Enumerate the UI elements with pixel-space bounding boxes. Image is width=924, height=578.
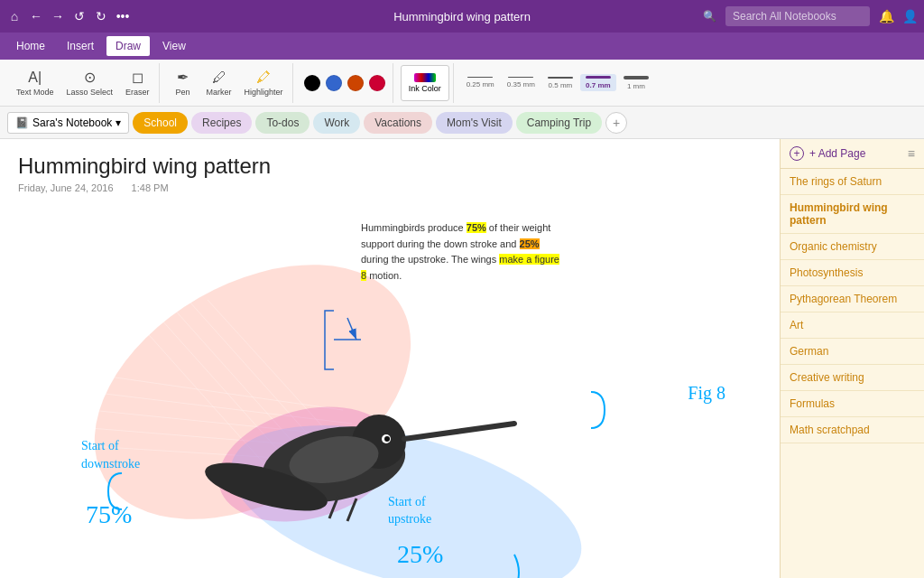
tab-moms-visit[interactable]: Mom's Visit <box>436 112 513 134</box>
tool-group-draw: ✒ Pen 🖊 Marker 🖍 Highlighter <box>163 63 293 103</box>
more-icon[interactable]: ••• <box>116 9 130 23</box>
search-icon: 🔍 <box>703 10 716 23</box>
annotation-text-end: motion. <box>366 270 402 281</box>
menu-home[interactable]: Home <box>7 36 54 56</box>
upstroke-percent: 25% <box>397 540 443 569</box>
color-group <box>297 63 393 103</box>
page-area: Hummingbird wing pattern Friday, June 24… <box>0 139 780 578</box>
canvas-area[interactable]: Hummingbirds produce 75% of their weight… <box>0 211 780 578</box>
notebook-icon: 📓 <box>15 117 29 129</box>
home-icon[interactable]: ⌂ <box>7 9 22 23</box>
sidebar-page-rings[interactable]: The rings of Saturn <box>781 169 924 195</box>
sidebar-page-math[interactable]: Math scratchpad <box>781 417 924 443</box>
stroke-07[interactable]: 0.7 mm <box>580 74 616 91</box>
svg-line-15 <box>404 424 514 439</box>
sidebar-list-icon[interactable]: ≡ <box>908 146 915 161</box>
page-date: Friday, June 24, 2016 <box>18 182 114 193</box>
sidebar-header: + + Add Page ≡ <box>781 139 924 169</box>
ink-color-button[interactable]: Ink Color <box>401 65 449 101</box>
annotation-text-prefix: Hummingbirds produce <box>361 222 467 233</box>
upstroke-label: Start ofupstroke <box>388 493 431 528</box>
forward-icon[interactable]: → <box>51 9 65 23</box>
notebook-dropdown-icon: ▾ <box>116 117 121 129</box>
fig8-label: Fig 8 <box>688 383 725 404</box>
sidebar-page-creative[interactable]: Creative writing <box>781 365 924 391</box>
pen-icon: ✒ <box>177 69 189 86</box>
title-bar-actions: 🔍 🔔 👤 <box>703 6 917 26</box>
sidebar-page-pythagorean[interactable]: Pythagorean Theorem <box>781 286 924 312</box>
marker-button[interactable]: 🖊 Marker <box>201 65 237 101</box>
stroke-group: 0.25 mm 0.35 mm 0.5 mm 0.7 mm 1 mm <box>457 63 658 103</box>
back-icon[interactable]: ← <box>29 9 43 23</box>
ink-color-group: Ink Color <box>397 63 454 103</box>
sidebar: + + Add Page ≡ The rings of Saturn Hummi… <box>780 139 924 578</box>
eraser-icon: ◻ <box>132 69 143 86</box>
sidebar-page-hummingbird[interactable]: Hummingbird wing pattern <box>781 195 924 234</box>
sidebar-page-photosynthesis[interactable]: Photosynthesis <box>781 260 924 286</box>
tab-vacations[interactable]: Vacations <box>364 112 432 134</box>
add-page-icon: + <box>790 146 804 161</box>
text-mode-button[interactable]: A| Text Mode <box>11 65 60 101</box>
pen-button[interactable]: ✒ Pen <box>167 65 199 101</box>
tab-camping[interactable]: Camping Trip <box>516 112 602 134</box>
menu-draw[interactable]: Draw <box>106 36 150 56</box>
annotation-highlight-75: 75% <box>467 222 486 233</box>
sidebar-page-german[interactable]: German <box>781 339 924 365</box>
tool-group-select: A| Text Mode ⊙ Lasso Select ◻ Eraser <box>7 63 160 103</box>
menu-bar: Home Insert Draw View <box>0 33 924 60</box>
lasso-icon: ⊙ <box>84 69 96 86</box>
add-tab-button[interactable]: + <box>605 112 627 134</box>
toolbar: A| Text Mode ⊙ Lasso Select ◻ Eraser ✒ P… <box>0 60 924 107</box>
menu-insert[interactable]: Insert <box>58 36 103 56</box>
page-title: Hummingbird wing pattern <box>0 139 780 182</box>
downstroke-percent: 75% <box>86 500 132 529</box>
notebook-name[interactable]: 📓 Sara's Notebook ▾ <box>7 112 129 134</box>
sidebar-page-formulas[interactable]: Formulas <box>781 391 924 417</box>
annotation-highlight-25: 25% <box>520 238 540 249</box>
highlighter-button[interactable]: 🖍 Highlighter <box>239 65 289 101</box>
text-mode-icon: A| <box>28 70 42 86</box>
redo-icon[interactable]: ↻ <box>94 9 108 23</box>
undo-icon[interactable]: ↺ <box>72 9 87 23</box>
tab-recipes[interactable]: Recipes <box>191 112 252 134</box>
downstroke-label: Start ofdownstroke <box>81 437 140 472</box>
annotation-box: Hummingbirds produce 75% of their weight… <box>361 220 559 284</box>
menu-view[interactable]: View <box>153 36 195 56</box>
tab-work[interactable]: Work <box>313 112 360 134</box>
window-title: Hummingbird wing pattern <box>393 10 531 23</box>
main-content: Hummingbird wing pattern Friday, June 24… <box>0 139 924 578</box>
sidebar-pages: The rings of Saturn Hummingbird wing pat… <box>781 169 924 578</box>
svg-point-17 <box>384 436 390 442</box>
title-bar-controls: ⌂ ← → ↺ ↻ ••• <box>7 9 130 23</box>
page-time: 1:48 PM <box>132 182 169 193</box>
sidebar-page-chemistry[interactable]: Organic chemistry <box>781 234 924 260</box>
account-icon[interactable]: 👤 <box>902 9 917 23</box>
add-page-button[interactable]: + + Add Page <box>790 146 865 161</box>
color-red-orange[interactable] <box>347 75 364 91</box>
eraser-button[interactable]: ◻ Eraser <box>120 65 155 101</box>
stroke-05[interactable]: 0.5 mm <box>542 75 578 91</box>
stroke-025[interactable]: 0.25 mm <box>461 75 500 90</box>
tab-todos[interactable]: To-dos <box>255 112 310 134</box>
notifications-icon[interactable]: 🔔 <box>879 9 893 23</box>
page-meta: Friday, June 24, 2016 1:48 PM <box>0 182 780 204</box>
stroke-1[interactable]: 1 mm <box>618 74 654 92</box>
highlighter-icon: 🖍 <box>256 70 271 86</box>
search-input[interactable] <box>725 6 870 26</box>
ink-color-preview <box>414 73 436 82</box>
title-bar: ⌂ ← → ↺ ↻ ••• Hummingbird wing pattern 🔍… <box>0 0 924 33</box>
annotation-text-mid2: during the upstroke. The wings <box>361 254 499 265</box>
sidebar-page-art[interactable]: Art <box>781 312 924 339</box>
color-black[interactable] <box>304 75 320 91</box>
lasso-select-button[interactable]: ⊙ Lasso Select <box>61 65 119 101</box>
marker-icon: 🖊 <box>212 70 226 86</box>
tab-school[interactable]: School <box>133 112 188 134</box>
color-blue[interactable] <box>326 75 342 91</box>
notebook-bar: 📓 Sara's Notebook ▾ School Recipes To-do… <box>0 107 924 139</box>
stroke-035[interactable]: 0.35 mm <box>502 75 541 91</box>
color-red[interactable] <box>369 75 385 91</box>
